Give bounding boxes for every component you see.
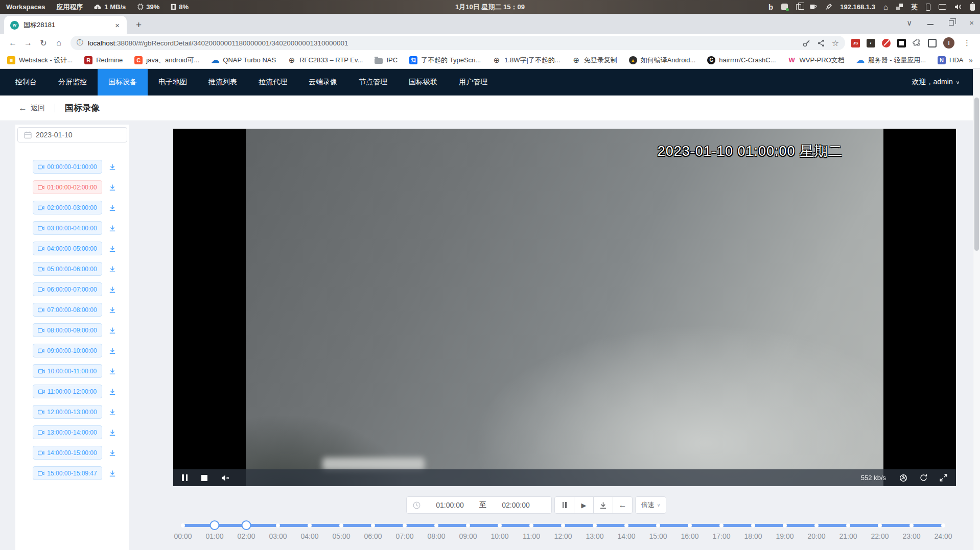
tab-close-icon[interactable]: × bbox=[113, 20, 122, 30]
video-player[interactable]: 2023-01-10 01:00:00 星期二 552 kb/s bbox=[173, 129, 956, 486]
playback-speed-dropdown[interactable]: 倍速 ∨ bbox=[635, 496, 666, 514]
bookmark-item[interactable]: 知 了不起的 TypeScri... bbox=[409, 56, 481, 65]
window-close-button[interactable]: × bbox=[969, 19, 974, 27]
applications-button[interactable]: 应用程序 bbox=[56, 3, 83, 12]
bookmark-star-icon[interactable]: ☆ bbox=[832, 38, 839, 48]
color-picker-icon[interactable] bbox=[825, 4, 832, 10]
record-clip-button[interactable]: 06:00:00-07:00:00 bbox=[33, 282, 102, 296]
download-record-button[interactable] bbox=[109, 286, 116, 293]
date-picker-input[interactable]: 2023-01-10 bbox=[17, 127, 127, 142]
record-clip-button[interactable]: 09:00:00-10:00:00 bbox=[33, 344, 102, 357]
workspaces-button[interactable]: Workspaces bbox=[6, 3, 45, 11]
share-icon[interactable] bbox=[818, 39, 825, 47]
download-record-button[interactable] bbox=[109, 163, 116, 171]
record-clip-button[interactable]: 15:00:00-15:09:47 bbox=[33, 466, 102, 480]
player-refresh-button[interactable] bbox=[920, 469, 927, 486]
tray-app-status-icon[interactable] bbox=[781, 4, 788, 10]
new-tab-button[interactable]: + bbox=[132, 18, 146, 32]
seek-back-button[interactable]: ← bbox=[613, 497, 632, 513]
download-record-button[interactable] bbox=[109, 306, 116, 314]
record-clip-button[interactable]: 14:00:00-15:00:00 bbox=[33, 446, 102, 460]
download-record-button[interactable] bbox=[109, 184, 116, 191]
extensions-puzzle-icon[interactable] bbox=[913, 39, 921, 47]
site-info-icon[interactable]: ⓘ bbox=[77, 38, 83, 47]
record-clip-button[interactable]: 13:00:00-14:00:00 bbox=[33, 425, 102, 439]
bookmark-item[interactable]: IPC bbox=[375, 56, 398, 64]
memory-indicator[interactable]: 8% bbox=[171, 3, 189, 11]
download-record-button[interactable] bbox=[109, 327, 116, 334]
pause-control-button[interactable] bbox=[555, 497, 574, 513]
record-clip-button[interactable]: 02:00:00-03:00:00 bbox=[33, 201, 102, 214]
phone-link-icon[interactable] bbox=[926, 4, 930, 11]
window-restore-button[interactable] bbox=[949, 20, 954, 26]
download-record-button[interactable] bbox=[109, 245, 116, 252]
time-range-input[interactable]: 01:00:00 至 02:00:00 bbox=[406, 496, 552, 514]
player-mute-button[interactable] bbox=[221, 469, 230, 486]
record-clip-button[interactable]: 04:00:00-05:00:00 bbox=[33, 242, 102, 255]
page-scrollbar[interactable] bbox=[973, 69, 980, 550]
download-record-button[interactable] bbox=[109, 204, 116, 211]
cpu-indicator[interactable]: 39% bbox=[137, 3, 159, 11]
bookmark-item[interactable]: ⊕ RFC2833 – RTP Ev... bbox=[288, 56, 363, 64]
record-clip-button[interactable]: 01:00:00-02:00:00 bbox=[33, 180, 102, 194]
player-stop-button[interactable] bbox=[201, 469, 207, 486]
play-control-button[interactable]: ▶ bbox=[574, 497, 594, 513]
record-clip-button[interactable]: 03:00:00-04:00:00 bbox=[33, 221, 102, 235]
window-minimize-button[interactable] bbox=[927, 24, 934, 25]
nav-item[interactable]: 控制台 bbox=[5, 69, 48, 95]
timeline-handle[interactable] bbox=[242, 520, 251, 530]
download-record-button[interactable] bbox=[109, 347, 116, 354]
nav-item[interactable]: 云端录像 bbox=[298, 69, 348, 95]
tab-search-chevron-icon[interactable]: ∨ bbox=[906, 19, 912, 27]
record-clip-button[interactable]: 10:00:00-11:00:00 bbox=[33, 364, 102, 378]
bookmarks-overflow-chevron[interactable]: » bbox=[964, 56, 973, 64]
browser-reload-button[interactable]: ↻ bbox=[36, 38, 51, 48]
nav-item[interactable]: 电子地图 bbox=[148, 69, 198, 95]
timeline-handle[interactable] bbox=[210, 520, 220, 530]
bookmark-item[interactable]: ≡ Webstack - 设计... bbox=[7, 56, 73, 65]
bookmark-item[interactable]: C java、android可... bbox=[134, 56, 199, 65]
address-bar[interactable]: ⓘ localhost:38080/#/gbRecordDetail/34020… bbox=[71, 36, 845, 50]
battery-icon[interactable] bbox=[970, 4, 975, 11]
network-speed-indicator[interactable]: 1 MB/s bbox=[94, 3, 126, 11]
bookmark-item[interactable]: ☁ QNAP Turbo NAS bbox=[211, 56, 276, 64]
record-clip-button[interactable]: 00:00:00-01:00:00 bbox=[33, 160, 102, 174]
bookmark-item[interactable]: G hairrrrr/C-CrashC... bbox=[707, 56, 776, 64]
download-record-button[interactable] bbox=[109, 409, 116, 416]
download-record-button[interactable] bbox=[109, 449, 116, 457]
nav-item[interactable]: 国标级联 bbox=[398, 69, 448, 95]
timeline-track[interactable] bbox=[183, 524, 943, 527]
extension-ublock-icon[interactable] bbox=[897, 39, 906, 47]
download-record-button[interactable] bbox=[109, 266, 116, 273]
range-end-time[interactable]: 02:00:00 bbox=[486, 501, 545, 509]
record-clip-button[interactable]: 07:00:00-08:00:00 bbox=[33, 303, 102, 317]
snapshot-button[interactable] bbox=[899, 469, 907, 486]
download-control-button[interactable] bbox=[594, 497, 613, 513]
record-clip-button[interactable]: 12:00:00-13:00:00 bbox=[33, 405, 102, 419]
extension-sidebar-icon[interactable] bbox=[928, 39, 937, 47]
scrollbar-thumb[interactable] bbox=[974, 98, 979, 251]
welcome-admin-menu[interactable]: 欢迎，admin ∨ bbox=[912, 78, 960, 87]
display-icon[interactable] bbox=[939, 4, 946, 10]
download-record-button[interactable] bbox=[109, 429, 116, 436]
record-clip-button[interactable]: 08:00:00-09:00:00 bbox=[33, 323, 102, 337]
bookmark-item[interactable]: ☁ 服务器 - 轻量应用... bbox=[856, 56, 926, 65]
bookmark-item[interactable]: ⊕ 免登录复制 bbox=[572, 56, 617, 65]
input-method-indicator[interactable]: 英 bbox=[911, 3, 918, 12]
back-button[interactable]: ← 返回 bbox=[18, 103, 45, 113]
workspaces-switcher-icon[interactable] bbox=[896, 4, 903, 10]
browser-home-button[interactable]: ⌂ bbox=[51, 38, 66, 47]
profile-avatar[interactable]: I bbox=[943, 37, 954, 49]
home-tray-icon[interactable]: ⌂ bbox=[883, 3, 888, 11]
record-clip-button[interactable]: 05:00:00-06:00:00 bbox=[33, 262, 102, 276]
download-record-button[interactable] bbox=[109, 470, 116, 477]
player-pause-button[interactable] bbox=[182, 469, 188, 486]
browser-back-button[interactable]: ← bbox=[5, 38, 20, 47]
extension-js-icon[interactable]: JS bbox=[851, 39, 860, 47]
download-record-button[interactable] bbox=[109, 225, 116, 232]
tray-app-b-icon[interactable]: b bbox=[768, 3, 773, 11]
clipboard-icon[interactable] bbox=[796, 4, 801, 10]
nav-item[interactable]: 节点管理 bbox=[348, 69, 398, 95]
download-record-button[interactable] bbox=[109, 368, 116, 375]
volume-tray-icon[interactable] bbox=[954, 4, 962, 10]
